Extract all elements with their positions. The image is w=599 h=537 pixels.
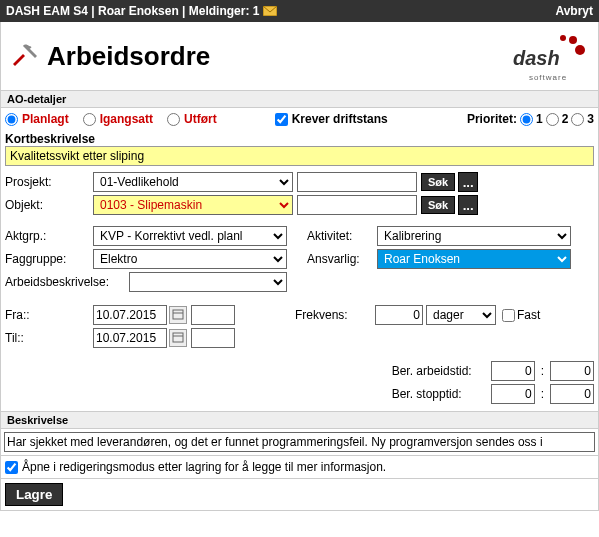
- til-label: Til::: [5, 331, 93, 345]
- svg-rect-5: [173, 310, 183, 319]
- section-header-desc: Beskrivelse: [0, 412, 599, 429]
- ansvarlig-select[interactable]: Roar Enoksen: [377, 249, 571, 269]
- page-header: Arbeidsordre dash software: [0, 22, 599, 91]
- open-edit-checkbox[interactable]: [5, 461, 18, 474]
- aktivitet-label: Aktivitet:: [307, 229, 377, 243]
- til-time-input[interactable]: [191, 328, 235, 348]
- prio-1-radio[interactable]: [520, 113, 533, 126]
- til-calendar-button[interactable]: [169, 329, 187, 347]
- aktgrp-select[interactable]: KVP - Korrektivt vedl. planl: [93, 226, 287, 246]
- status-igangsatt-label: Igangsatt: [100, 112, 153, 126]
- fra-date-input[interactable]: [93, 305, 167, 325]
- status-row: Planlagt Igangsatt Utført Krever driftst…: [5, 112, 594, 126]
- ao-panel: Planlagt Igangsatt Utført Krever driftst…: [0, 108, 599, 412]
- svg-point-3: [575, 45, 585, 55]
- svg-point-1: [560, 35, 566, 41]
- til-date-input[interactable]: [93, 328, 167, 348]
- status-planlagt-label: Planlagt: [22, 112, 69, 126]
- driftstans-label: Krever driftstans: [292, 112, 388, 126]
- arbeidsbesk-select[interactable]: [129, 272, 287, 292]
- prio-2-radio[interactable]: [546, 113, 559, 126]
- page-title: Arbeidsordre: [47, 41, 210, 72]
- wrench-screwdriver-icon: [11, 42, 39, 70]
- aktivitet-select[interactable]: Kalibrering: [377, 226, 571, 246]
- fast-label: Fast: [517, 308, 540, 322]
- fra-calendar-button[interactable]: [169, 306, 187, 324]
- frekvens-label: Frekvens:: [295, 308, 375, 322]
- ber-arb-h-input[interactable]: [491, 361, 535, 381]
- prosjekt-search-input[interactable]: [297, 172, 417, 192]
- faggruppe-label: Faggruppe:: [5, 252, 93, 266]
- kb-header: Kortbeskrivelse: [5, 126, 594, 146]
- cancel-link[interactable]: Avbryt: [555, 4, 593, 18]
- titlebar-text: DASH EAM S4 | Roar Enoksen | Meldinger: …: [6, 4, 259, 18]
- objekt-search-input[interactable]: [297, 195, 417, 215]
- beskrivelse-input[interactable]: [4, 432, 595, 452]
- kortbeskrivelse-input[interactable]: [5, 146, 594, 166]
- mail-icon[interactable]: [263, 6, 277, 16]
- titlebar: DASH EAM S4 | Roar Enoksen | Meldinger: …: [0, 0, 599, 22]
- prio-3-radio[interactable]: [571, 113, 584, 126]
- objekt-more-button[interactable]: ...: [458, 195, 478, 215]
- prosjekt-more-button[interactable]: ...: [458, 172, 478, 192]
- ber-arb-m-input[interactable]: [550, 361, 594, 381]
- section-header-ao: AO-detaljer: [0, 91, 599, 108]
- frekvens-input[interactable]: [375, 305, 423, 325]
- status-utfort-radio[interactable]: [167, 113, 180, 126]
- objekt-select[interactable]: 0103 - Slipemaskin: [93, 195, 293, 215]
- fra-time-input[interactable]: [191, 305, 235, 325]
- ber-stopp-label: Ber. stopptid:: [392, 387, 488, 401]
- driftstans-checkbox[interactable]: [275, 113, 288, 126]
- faggruppe-select[interactable]: Elektro: [93, 249, 287, 269]
- svg-point-2: [569, 36, 577, 44]
- prosjekt-select[interactable]: 01-Vedlikehold: [93, 172, 293, 192]
- ber-arb-label: Ber. arbeidstid:: [392, 364, 488, 378]
- frekvens-unit-select[interactable]: dager: [426, 305, 496, 325]
- prosjekt-label: Prosjekt:: [5, 175, 93, 189]
- lagre-button[interactable]: Lagre: [5, 483, 63, 506]
- open-edit-label: Åpne i redigeringsmodus etter lagring fo…: [22, 460, 386, 474]
- calendar-icon: [172, 331, 184, 343]
- ansvarlig-label: Ansvarlig:: [307, 252, 377, 266]
- objekt-sok-button[interactable]: Søk: [421, 196, 455, 214]
- svg-text:dash: dash: [513, 47, 560, 69]
- status-planlagt-radio[interactable]: [5, 113, 18, 126]
- svg-rect-7: [173, 333, 183, 342]
- dash-logo: dash software: [508, 30, 588, 82]
- fast-checkbox[interactable]: [502, 309, 515, 322]
- prosjekt-sok-button[interactable]: Søk: [421, 173, 455, 191]
- aktgrp-label: Aktgrp.:: [5, 229, 93, 243]
- status-igangsatt-radio[interactable]: [83, 113, 96, 126]
- ber-stopp-h-input[interactable]: [491, 384, 535, 404]
- prioritet-label: Prioritet:: [467, 112, 517, 126]
- ber-stopp-m-input[interactable]: [550, 384, 594, 404]
- arbeidsbesk-label: Arbeidsbeskrivelse:: [5, 275, 129, 289]
- objekt-label: Objekt:: [5, 198, 93, 212]
- calendar-icon: [172, 308, 184, 320]
- status-utfort-label: Utført: [184, 112, 217, 126]
- fra-label: Fra::: [5, 308, 93, 322]
